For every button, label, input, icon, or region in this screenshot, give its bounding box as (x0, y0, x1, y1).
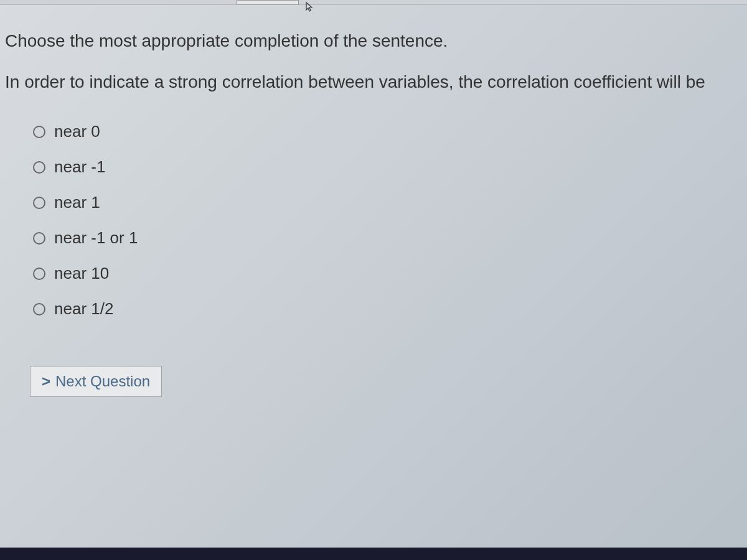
top-input-fragment (237, 0, 299, 5)
radio-icon (33, 197, 45, 209)
option-near-neg1[interactable]: near -1 (33, 157, 742, 177)
radio-icon (33, 268, 45, 280)
cursor-icon (305, 1, 315, 12)
option-near-neg1-or-1[interactable]: near -1 or 1 (33, 228, 742, 248)
option-near-0[interactable]: near 0 (33, 122, 742, 141)
option-label: near -1 or 1 (54, 228, 138, 248)
option-label: near 1 (54, 193, 100, 212)
radio-icon (33, 161, 45, 174)
option-label: near 1/2 (54, 299, 113, 319)
next-button-label: Next Question (55, 373, 150, 390)
option-label: near 0 (54, 122, 100, 141)
option-label: near 10 (54, 264, 109, 283)
option-near-half[interactable]: near 1/2 (33, 299, 742, 319)
next-question-button[interactable]: > Next Question (30, 366, 162, 397)
radio-icon (33, 303, 45, 315)
radio-icon (33, 232, 45, 245)
chevron-right-icon: > (42, 373, 50, 390)
option-label: near -1 (54, 157, 105, 177)
radio-icon (33, 126, 45, 138)
top-divider (0, 0, 747, 5)
taskbar (0, 548, 747, 560)
question-container: Choose the most appropriate completion o… (5, 19, 742, 397)
options-group: near 0 near -1 near 1 near -1 or 1 near … (5, 122, 742, 319)
question-prompt: Choose the most appropriate completion o… (5, 31, 742, 51)
question-text: In order to indicate a strong correlatio… (5, 70, 742, 94)
option-near-1[interactable]: near 1 (33, 193, 742, 212)
option-near-10[interactable]: near 10 (33, 264, 742, 283)
